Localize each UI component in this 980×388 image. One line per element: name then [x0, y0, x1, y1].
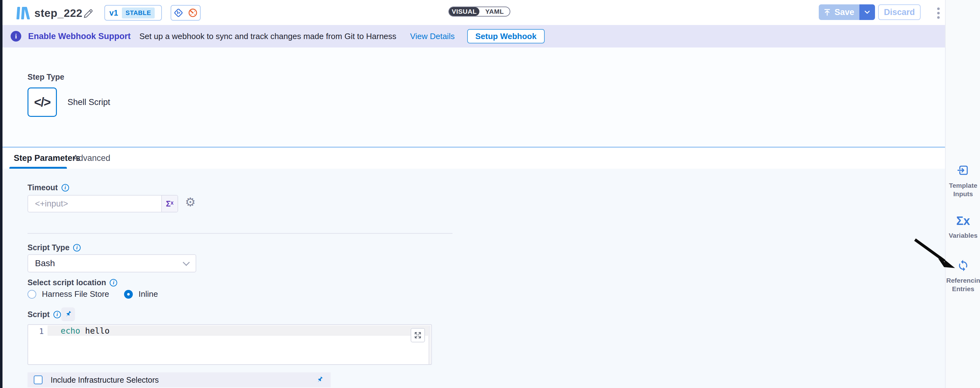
save-split-button: Save [819, 4, 875, 20]
script-code-editor[interactable]: 1 echo hello [27, 324, 432, 365]
studio-right-sidebar: Template Inputs Σx Variables Referencing… [945, 0, 980, 388]
timeout-label: Timeout [27, 183, 58, 192]
timeout-field: Σˣ [27, 195, 178, 212]
script-location-options: Harness File Store Inline [27, 289, 158, 299]
expand-arrows-icon [414, 331, 422, 339]
info-icon[interactable]: i [110, 279, 117, 286]
script-location-label-row: Select script location i [27, 278, 117, 287]
script-label: Script [27, 310, 50, 319]
pushpin-icon [62, 308, 74, 320]
code-argument: hello [80, 326, 110, 336]
save-options-caret[interactable] [859, 4, 875, 20]
edit-name-button[interactable] [83, 8, 94, 19]
version-label: v1 [110, 8, 118, 17]
runtime-input-type-button[interactable]: Σˣ [161, 196, 178, 212]
editor-scrollbar[interactable] [428, 326, 431, 364]
kebab-dot [937, 12, 940, 14]
tab-advanced[interactable]: Advanced [73, 148, 110, 169]
timeout-label-row: Timeout i [27, 183, 69, 192]
script-type-label-row: Script Type i [27, 243, 81, 252]
template-studio-page: step_222 v1 STABLE [0, 0, 980, 388]
pencil-icon [83, 8, 94, 19]
divider [27, 233, 452, 234]
setup-webhook-button[interactable]: Setup Webhook [467, 29, 545, 43]
referencing-entries-icon [957, 259, 969, 272]
save-button[interactable]: Save [819, 4, 859, 20]
info-icon[interactable]: i [53, 311, 61, 318]
variables-icon: Σx [956, 215, 970, 227]
step-type-card: </> [27, 87, 57, 117]
banner-message: Set up a webhook to sync and track chang… [139, 32, 396, 41]
version-selector[interactable]: v1 STABLE [104, 5, 162, 21]
timer-icon [188, 8, 198, 18]
script-type-value: Bash [35, 258, 55, 268]
info-icon: i [11, 31, 21, 41]
version-stable-badge: STABLE [122, 8, 155, 18]
chevron-down-icon [864, 9, 870, 16]
sidebar-item-template-inputs[interactable]: Template Inputs [946, 164, 980, 198]
info-icon[interactable]: i [73, 244, 81, 251]
kebab-dot [937, 8, 940, 10]
kebab-dot [937, 16, 940, 19]
sidebar-item-label: Template Inputs [946, 181, 980, 198]
save-label: Save [834, 8, 854, 17]
banner-title: Enable Webhook Support [28, 32, 130, 41]
left-nav-rail [0, 0, 3, 388]
script-type-label: Script Type [27, 243, 69, 252]
radio-inline[interactable] [124, 290, 133, 299]
line-number: 1 [28, 327, 44, 336]
upload-icon [823, 8, 831, 16]
entity-badges-group[interactable] [170, 5, 200, 21]
radio-label-file-store: Harness File Store [42, 289, 109, 299]
visual-yaml-toggle[interactable]: VISUAL YAML [449, 6, 510, 17]
harness-logo-icon [15, 6, 31, 20]
tabbar: Step Parameters Advanced [3, 148, 945, 169]
include-infra-selectors-row: Include Infrastructure Selectors [27, 372, 331, 387]
info-icon[interactable]: i [62, 184, 69, 191]
code-keyword: echo [60, 326, 80, 336]
script-pin-button[interactable] [61, 307, 75, 321]
pushpin-icon [314, 374, 325, 385]
sidebar-item-label: Variables [946, 231, 980, 240]
more-options-button[interactable] [934, 7, 943, 19]
radio-label-inline: Inline [138, 289, 158, 299]
toggle-yaml[interactable]: YAML [479, 7, 510, 16]
discard-button[interactable]: Discard [878, 4, 921, 20]
script-type-select[interactable]: Bash [27, 254, 196, 272]
webhook-banner: i Enable Webhook Support Set up a webhoo… [3, 25, 945, 48]
view-details-link[interactable]: View Details [410, 32, 455, 41]
git-sync-icon [173, 8, 184, 18]
step-type-value: Shell Script [67, 97, 110, 107]
step-type-label: Step Type [27, 73, 64, 81]
script-location-label: Select script location [27, 278, 106, 287]
header: step_222 v1 STABLE [3, 0, 945, 25]
step-type-section: Step Type </> Shell Script [3, 48, 945, 147]
step-parameters-panel: Timeout i Σˣ ⚙ Script Type i Bash Select… [3, 169, 945, 388]
include-infra-selectors-label: Include Infrastructure Selectors [51, 375, 159, 385]
expand-editor-button[interactable] [410, 328, 425, 342]
radio-harness-file-store[interactable] [27, 290, 36, 299]
tab-step-parameters[interactable]: Step Parameters [14, 148, 80, 169]
sidebar-item-variables[interactable]: Σx Variables [946, 215, 980, 240]
template-inputs-icon [956, 164, 970, 177]
page-title: step_222 [34, 7, 83, 19]
shell-script-icon: </> [34, 95, 50, 109]
script-label-row: Script i [27, 310, 61, 319]
timeout-input[interactable] [28, 196, 161, 212]
toggle-visual[interactable]: VISUAL [449, 7, 479, 16]
code-line: echo hello [60, 326, 110, 336]
sidebar-item-label: Referencing Entries [946, 276, 980, 293]
chevron-down-icon [183, 259, 190, 266]
timeout-settings-gear-icon[interactable]: ⚙ [185, 196, 196, 208]
sidebar-item-referencing-entries[interactable]: Referencing Entries [946, 259, 980, 293]
infra-pin-button[interactable] [316, 376, 324, 384]
include-infra-selectors-checkbox[interactable] [34, 375, 43, 384]
